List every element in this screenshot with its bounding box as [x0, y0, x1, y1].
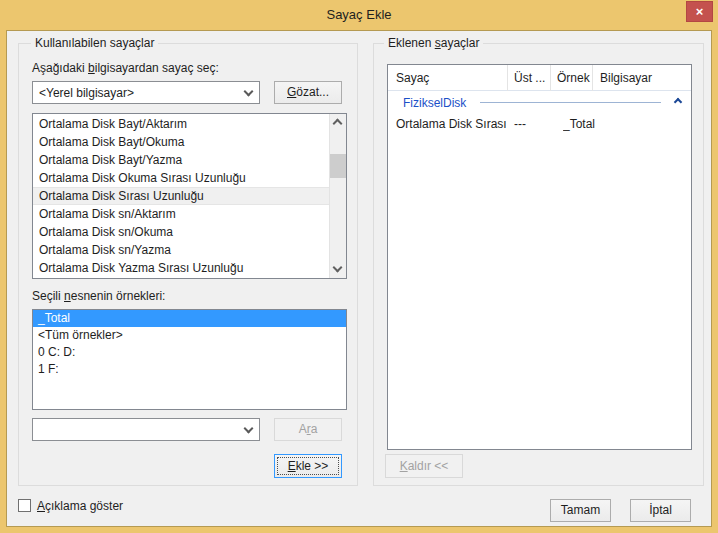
scrollbar-thumb[interactable] — [330, 154, 347, 178]
list-item[interactable]: Ortalama Disk Bayt/Okuma — [33, 133, 329, 151]
table-group-row[interactable]: FizikselDisk — [388, 91, 691, 115]
add-button-label: Ekle >> — [288, 455, 329, 477]
group-name[interactable]: FizikselDisk — [403, 96, 466, 110]
added-counters-group-label: Eklenen sayaçlar — [384, 36, 483, 50]
show-description-label[interactable]: Açıklama göster — [37, 499, 123, 513]
add-button[interactable]: Ekle >> — [274, 454, 342, 478]
list-item[interactable]: Ortalama Disk Bayt/Yazma — [33, 151, 329, 169]
column-header-computer[interactable]: Bilgisayar — [593, 65, 692, 91]
titlebar[interactable]: Sayaç Ekle × — [0, 0, 718, 30]
cell-counter: Ortalama Disk Sırası ... — [396, 117, 506, 131]
search-button-label: Ara — [299, 419, 318, 440]
ok-button[interactable]: Tamam — [550, 499, 611, 522]
table-header-row: Sayaç Üst ... Örnek Bilgisayar — [388, 65, 691, 91]
remove-button: Kaldır << — [385, 454, 463, 478]
list-item[interactable]: Ortalama Disk sn/Yazma — [33, 241, 329, 259]
computer-combobox-value: <Yerel bilgisayar> — [39, 86, 134, 100]
cell-parent: --- — [514, 117, 550, 131]
instances-label: Seçili nesnenin örnekleri: — [32, 289, 165, 303]
list-item-selected[interactable]: _Total — [33, 310, 346, 327]
list-item[interactable]: Ortalama Disk Okuma Sırası Uzunluğu — [33, 169, 329, 187]
search-button: Ara — [274, 418, 342, 441]
scrollbar[interactable] — [329, 114, 346, 278]
added-counters-group: Eklenen sayaçlar Sayaç Üst ... Örnek Bil… — [373, 43, 704, 486]
show-description-checkbox[interactable] — [18, 499, 31, 512]
available-counters-group-label: Kullanılabilen sayaçlar — [31, 36, 158, 50]
list-item-selected[interactable]: Ortalama Disk Sırası Uzunluğu — [33, 187, 329, 205]
cell-instance: _Total — [563, 117, 623, 131]
cancel-button[interactable]: İptal — [630, 499, 691, 522]
add-counter-dialog: Sayaç Ekle × Kullanılabilen sayaçlar Aşa… — [0, 0, 718, 533]
instances-listbox[interactable]: _Total <Tüm örnekler> 0 C: D: 1 F: — [32, 309, 347, 410]
select-computer-label: Aşağıdaki bilgisayardan sayaç seç: — [32, 61, 219, 75]
list-item[interactable]: Ortalama Disk Yazma Sırası Uzunluğu — [33, 259, 329, 277]
ok-button-label: Tamam — [561, 500, 600, 521]
counter-listbox[interactable]: Ortalama Disk Bayt/Aktarım Ortalama Disk… — [32, 113, 347, 279]
group-divider — [480, 102, 661, 103]
browse-button-label: Gözat... — [287, 82, 329, 103]
chevron-down-icon[interactable] — [240, 82, 259, 103]
browse-button[interactable]: Gözat... — [274, 81, 342, 104]
close-icon: × — [696, 4, 704, 19]
close-button[interactable]: × — [686, 1, 713, 22]
list-item[interactable]: Ortalama Disk sn/Aktarım — [33, 205, 329, 223]
cancel-button-label: İptal — [649, 500, 672, 521]
column-header-instance[interactable]: Örnek — [551, 65, 593, 91]
list-item[interactable]: 1 F: — [33, 361, 346, 378]
scroll-down-icon[interactable] — [330, 261, 347, 278]
available-counters-group: Kullanılabilen sayaçlar Aşağıdaki bilgis… — [18, 43, 358, 486]
list-item[interactable]: Ortalama Disk Bayt/Aktarım — [33, 115, 329, 133]
scroll-up-icon[interactable] — [330, 114, 347, 131]
added-counters-table[interactable]: Sayaç Üst ... Örnek Bilgisayar FizikselD… — [387, 64, 692, 450]
collapse-icon[interactable] — [674, 98, 682, 106]
dialog-title: Sayaç Ekle — [0, 7, 718, 22]
list-item[interactable]: Ortalama Disk sn/Okuma — [33, 223, 329, 241]
computer-combobox[interactable]: <Yerel bilgisayar> — [32, 81, 260, 104]
instance-search-combobox[interactable] — [32, 418, 260, 441]
column-header-parent[interactable]: Üst ... — [508, 65, 551, 91]
remove-button-label: Kaldır << — [400, 455, 449, 477]
dialog-body: Kullanılabilen sayaçlar Aşağıdaki bilgis… — [6, 30, 712, 527]
column-header-counter[interactable]: Sayaç — [388, 65, 508, 91]
table-row[interactable]: Ortalama Disk Sırası ... --- _Total — [388, 115, 691, 135]
list-item[interactable]: 0 C: D: — [33, 344, 346, 361]
chevron-down-icon[interactable] — [240, 419, 259, 440]
list-item[interactable]: <Tüm örnekler> — [33, 327, 346, 344]
